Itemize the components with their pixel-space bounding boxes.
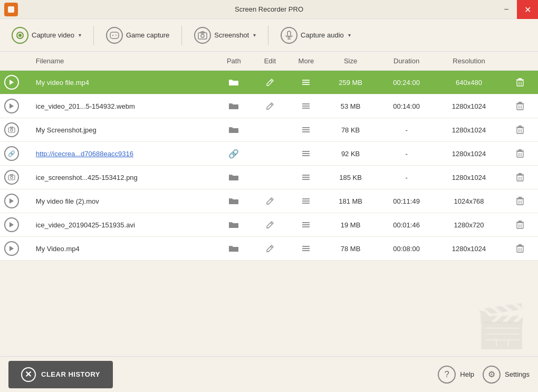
row-edit-cell bbox=[252, 189, 289, 213]
settings-button[interactable]: ⚙ Settings bbox=[483, 366, 530, 384]
edit-icon[interactable] bbox=[256, 197, 284, 205]
svg-rect-3 bbox=[110, 32, 119, 39]
table-row[interactable]: ice_screenshot...425-153412.png 185 KB -… bbox=[0, 166, 538, 189]
row-edit-cell bbox=[252, 142, 289, 166]
table-row[interactable]: My Video.mp4 78 MB 00:08:00 1280x1024 bbox=[0, 237, 538, 261]
table-row[interactable]: My video file.mp4 259 MB 00:24:00 640x48… bbox=[0, 71, 538, 94]
row-duration-cell: 00:11:49 bbox=[377, 189, 436, 213]
play-icon[interactable] bbox=[4, 217, 19, 232]
delete-icon[interactable] bbox=[506, 197, 534, 205]
table-row[interactable]: ice_video_201...5-154932.webm 53 MB 00:1… bbox=[0, 94, 538, 118]
edit-icon[interactable] bbox=[256, 102, 284, 110]
edit-icon[interactable] bbox=[256, 245, 284, 252]
filename-text: ice_video_201...5-154932.webm bbox=[36, 102, 135, 110]
recordings-table-container[interactable]: Filename Path Edit More Size Duration Re… bbox=[0, 52, 538, 356]
more-icon[interactable] bbox=[292, 79, 320, 85]
screenshot-chevron: ▾ bbox=[253, 32, 256, 38]
row-resolution-cell: 1280x1024 bbox=[436, 142, 502, 166]
folder-icon[interactable] bbox=[220, 173, 248, 181]
table-body: My video file.mp4 259 MB 00:24:00 640x48… bbox=[0, 71, 538, 261]
folder-icon[interactable] bbox=[220, 102, 248, 110]
folder-icon[interactable] bbox=[220, 244, 248, 253]
svg-rect-77 bbox=[518, 197, 521, 198]
capture-video-button[interactable]: Capture video ▾ bbox=[5, 24, 88, 47]
row-more-cell bbox=[288, 237, 324, 261]
row-filename-cell: ice_video_20190425-151935.avi bbox=[32, 213, 216, 237]
row-path-cell bbox=[216, 213, 252, 237]
row-size-cell: 78 MB bbox=[324, 237, 377, 261]
screenshot-type-icon bbox=[4, 122, 19, 137]
screenshot-label: Screenshot bbox=[214, 31, 249, 39]
col-header-resolution: Resolution bbox=[436, 52, 502, 71]
filename-text: My video file (2).mov bbox=[36, 197, 99, 205]
delete-icon[interactable] bbox=[506, 126, 534, 134]
row-resolution-cell: 1280x1024 bbox=[436, 166, 502, 189]
close-button[interactable]: ✕ bbox=[517, 0, 538, 19]
row-path-cell bbox=[216, 237, 252, 261]
delete-icon[interactable] bbox=[506, 149, 534, 158]
delete-icon[interactable] bbox=[506, 173, 534, 181]
row-size-cell: 259 MB bbox=[324, 71, 377, 94]
svg-line-70 bbox=[271, 199, 272, 200]
play-icon[interactable] bbox=[4, 241, 19, 256]
row-play-cell: 🔗 bbox=[0, 142, 32, 166]
svg-line-81 bbox=[271, 223, 272, 224]
table-row[interactable]: My Screenshot.jpeg 78 KB - 1280x1024 bbox=[0, 118, 538, 142]
row-resolution-cell: 1280x1024 bbox=[436, 94, 502, 118]
play-icon[interactable] bbox=[4, 99, 19, 113]
clear-history-button[interactable]: ✕ CLEAR HISTORY bbox=[8, 361, 113, 388]
svg-rect-54 bbox=[518, 149, 521, 150]
delete-icon[interactable] bbox=[506, 78, 534, 87]
row-duration-cell: 00:08:00 bbox=[377, 237, 436, 261]
help-button[interactable]: ? Help bbox=[438, 366, 474, 384]
screenshot-button[interactable]: Screenshot ▾ bbox=[188, 24, 262, 47]
row-delete-cell bbox=[502, 71, 538, 94]
titlebar: Screen Recorder PRO − ✕ bbox=[0, 0, 538, 19]
play-icon[interactable] bbox=[4, 194, 19, 208]
filename-link[interactable]: http://icecrea...d70688eacc9316 bbox=[36, 150, 133, 158]
filename-text: My Video.mp4 bbox=[36, 245, 80, 253]
more-icon[interactable] bbox=[292, 245, 320, 252]
more-icon[interactable] bbox=[292, 150, 320, 157]
filename-text: ice_video_20190425-151935.avi bbox=[36, 221, 135, 229]
more-icon[interactable] bbox=[292, 174, 320, 180]
table-row[interactable]: 🔗 http://icecrea...d70688eacc9316 🔗 92 K… bbox=[0, 142, 538, 166]
row-size-cell: 181 MB bbox=[324, 189, 377, 213]
svg-rect-11 bbox=[287, 31, 291, 36]
footer: ✕ CLEAR HISTORY ? Help ⚙ Settings bbox=[0, 356, 538, 392]
row-resolution-cell: 1280x720 bbox=[436, 213, 502, 237]
more-icon[interactable] bbox=[292, 222, 320, 228]
folder-icon[interactable] bbox=[220, 126, 248, 134]
capture-audio-button[interactable]: Capture audio ▾ bbox=[274, 24, 357, 47]
row-delete-cell bbox=[502, 118, 538, 142]
edit-icon[interactable] bbox=[256, 221, 284, 228]
folder-icon[interactable] bbox=[220, 221, 248, 229]
row-size-cell: 53 MB bbox=[324, 94, 377, 118]
row-play-cell bbox=[0, 166, 32, 189]
filename-text: My video file.mp4 bbox=[36, 79, 89, 87]
svg-marker-14 bbox=[9, 80, 14, 85]
link-path-icon[interactable]: 🔗 bbox=[220, 149, 248, 159]
svg-point-7 bbox=[116, 35, 117, 36]
col-header-edit: Edit bbox=[252, 52, 289, 71]
table-row[interactable]: ice_video_20190425-151935.avi 19 MB 00:0… bbox=[0, 213, 538, 237]
row-delete-cell bbox=[502, 189, 538, 213]
app-logo bbox=[4, 3, 18, 16]
table-row[interactable]: My video file (2).mov 181 MB 00:11:49 10… bbox=[0, 189, 538, 213]
more-icon[interactable] bbox=[292, 127, 320, 133]
play-icon[interactable] bbox=[4, 75, 19, 90]
game-capture-label: Game capture bbox=[126, 31, 169, 39]
minimize-button[interactable]: − bbox=[496, 0, 517, 19]
more-icon[interactable] bbox=[292, 198, 320, 204]
row-more-cell bbox=[288, 213, 324, 237]
game-capture-button[interactable]: Game capture bbox=[100, 24, 176, 47]
delete-icon[interactable] bbox=[506, 244, 534, 253]
folder-icon[interactable] bbox=[220, 197, 248, 205]
folder-icon[interactable] bbox=[220, 78, 248, 87]
delete-icon[interactable] bbox=[506, 221, 534, 229]
delete-icon[interactable] bbox=[506, 102, 534, 110]
edit-icon[interactable] bbox=[256, 79, 284, 86]
app-title: Screen Recorder PRO bbox=[235, 5, 303, 13]
svg-marker-80 bbox=[9, 222, 14, 227]
more-icon[interactable] bbox=[292, 103, 320, 109]
